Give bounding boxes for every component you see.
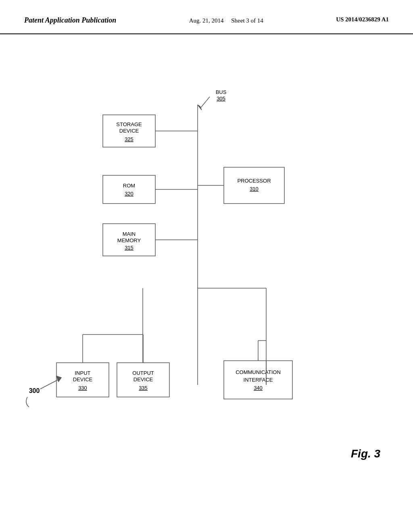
main-memory-number: 315: [125, 245, 133, 251]
diagram-svg: .diag-text { font-family: Arial, sans-se…: [0, 34, 413, 506]
publication-date-sheet: Aug. 21, 2014 Sheet 3 of 14: [189, 16, 263, 25]
output-label2: DEVICE: [133, 376, 153, 382]
comm-number: 340: [254, 385, 263, 391]
storage-label1: STORAGE: [116, 121, 142, 127]
input-label1: INPUT: [75, 370, 91, 376]
svg-line-1: [200, 97, 210, 108]
bus-number: 305: [217, 96, 225, 102]
page-header: Patent Application Publication Aug. 21, …: [0, 0, 413, 34]
main-memory-label2: MEMORY: [117, 237, 141, 243]
page: Patent Application Publication Aug. 21, …: [0, 0, 413, 532]
ref-number: 300: [29, 387, 40, 394]
input-label2: DEVICE: [73, 376, 93, 382]
publication-number: US 2014/0236829 A1: [336, 16, 389, 23]
comm-label1: COMMUNICATION: [236, 369, 281, 375]
figure-label: Fig. 3: [351, 447, 381, 460]
processor-number: 310: [250, 186, 259, 192]
ref-arrow: [56, 376, 61, 382]
output-label1: OUTPUT: [132, 370, 154, 376]
output-number: 335: [139, 385, 148, 391]
processor-box: [224, 167, 284, 204]
svg-line-15: [40, 379, 60, 389]
rom-number: 320: [125, 191, 133, 197]
rom-box: [103, 175, 155, 204]
storage-number: 325: [125, 136, 133, 142]
bus-label: BUS: [216, 89, 227, 95]
ref-arrow-curve: [26, 397, 29, 407]
sheet-info: Sheet 3 of 14: [231, 17, 263, 24]
main-memory-label1: MAIN: [123, 231, 136, 237]
publication-date: Aug. 21, 2014: [189, 17, 224, 24]
input-number: 330: [78, 385, 87, 391]
storage-label2: DEVICE: [119, 128, 139, 134]
processor-label: PROCESSOR: [237, 178, 271, 184]
publication-title: Patent Application Publication: [24, 16, 116, 25]
diagram-area: .diag-text { font-family: Arial, sans-se…: [0, 34, 413, 506]
comm-label2: INTERFACE: [244, 377, 273, 383]
rom-label: ROM: [123, 183, 135, 189]
